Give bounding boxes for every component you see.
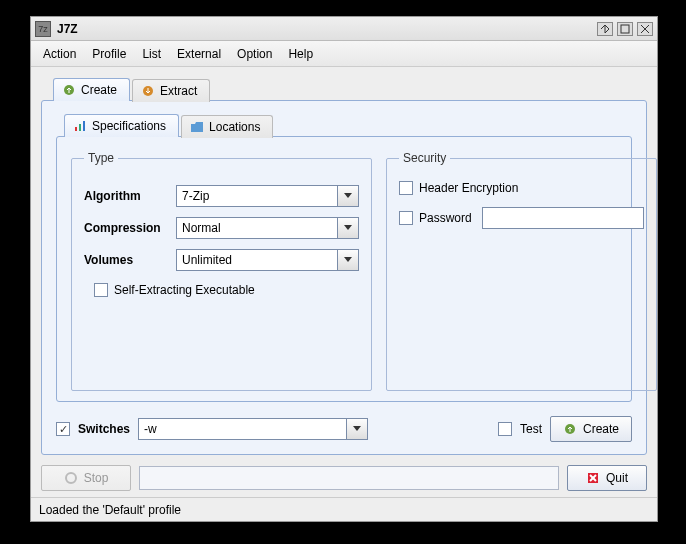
switches-input[interactable] bbox=[138, 418, 346, 440]
tab-create[interactable]: Create bbox=[53, 78, 130, 101]
specifications-tab-icon bbox=[73, 119, 87, 133]
header-encryption-checkbox[interactable] bbox=[399, 181, 413, 195]
chevron-down-icon bbox=[344, 257, 352, 263]
password-checkbox[interactable] bbox=[399, 211, 413, 225]
volumes-input[interactable] bbox=[176, 249, 337, 271]
test-checkbox[interactable] bbox=[498, 422, 512, 436]
volumes-dropdown-btn[interactable] bbox=[337, 249, 359, 271]
svg-rect-0 bbox=[621, 25, 629, 33]
algorithm-input[interactable] bbox=[176, 185, 337, 207]
password-input[interactable] bbox=[482, 207, 644, 229]
menu-action[interactable]: Action bbox=[37, 44, 82, 64]
window-title: J7Z bbox=[57, 22, 593, 36]
self-extracting-label: Self-Extracting Executable bbox=[114, 283, 255, 297]
status-row: Stop Quit bbox=[41, 465, 647, 491]
tab-locations-label: Locations bbox=[209, 120, 260, 134]
svg-rect-5 bbox=[75, 127, 77, 131]
header-encryption-label: Header Encryption bbox=[419, 181, 518, 195]
minimize-icon[interactable] bbox=[597, 22, 613, 36]
tab-extract[interactable]: Extract bbox=[132, 79, 210, 102]
inner-tabs: Specifications Locations bbox=[64, 113, 632, 136]
svg-marker-11 bbox=[353, 426, 361, 431]
compression-dropdown-btn[interactable] bbox=[337, 217, 359, 239]
tab-specifications[interactable]: Specifications bbox=[64, 114, 179, 137]
algorithm-combo[interactable] bbox=[176, 185, 359, 207]
status-text: Loaded the 'Default' profile bbox=[39, 503, 181, 517]
outer-tabs: Create Extract bbox=[53, 77, 647, 100]
menu-profile[interactable]: Profile bbox=[86, 44, 132, 64]
maximize-icon[interactable] bbox=[617, 22, 633, 36]
switches-label: Switches bbox=[78, 422, 130, 436]
menu-external[interactable]: External bbox=[171, 44, 227, 64]
compression-combo[interactable] bbox=[176, 217, 359, 239]
security-fieldset: Security Header Encryption Password bbox=[386, 151, 657, 391]
quit-icon bbox=[586, 471, 600, 485]
locations-tab-icon bbox=[190, 120, 204, 134]
chevron-down-icon bbox=[344, 225, 352, 231]
switches-checkbox[interactable]: ✓ bbox=[56, 422, 70, 436]
panel-inner: Type Algorithm Compression bbox=[56, 136, 632, 402]
compression-label: Compression bbox=[84, 221, 176, 235]
stop-icon bbox=[64, 471, 78, 485]
app-window: 7z J7Z Action Profile List External Opti… bbox=[30, 16, 658, 522]
switches-row: ✓ Switches Test Create bbox=[56, 416, 632, 442]
type-legend: Type bbox=[84, 151, 118, 165]
tab-locations[interactable]: Locations bbox=[181, 115, 273, 138]
stop-button[interactable]: Stop bbox=[41, 465, 131, 491]
chevron-down-icon bbox=[353, 426, 361, 432]
progress-bar bbox=[139, 466, 559, 490]
app-icon: 7z bbox=[35, 21, 51, 37]
create-button-label: Create bbox=[583, 422, 619, 436]
svg-marker-10 bbox=[344, 257, 352, 262]
create-button[interactable]: Create bbox=[550, 416, 632, 442]
password-label: Password bbox=[419, 211, 472, 225]
create-button-icon bbox=[563, 422, 577, 436]
quit-button[interactable]: Quit bbox=[567, 465, 647, 491]
close-icon[interactable] bbox=[637, 22, 653, 36]
menu-list[interactable]: List bbox=[136, 44, 167, 64]
quit-button-label: Quit bbox=[606, 471, 628, 485]
volumes-combo[interactable] bbox=[176, 249, 359, 271]
switches-combo[interactable] bbox=[138, 418, 368, 440]
panel-outer: Specifications Locations Type Algorithm bbox=[41, 100, 647, 455]
titlebar: 7z J7Z bbox=[31, 17, 657, 41]
compression-input[interactable] bbox=[176, 217, 337, 239]
extract-tab-icon bbox=[141, 84, 155, 98]
menubar: Action Profile List External Option Help bbox=[31, 41, 657, 67]
client-area: Create Extract Specifications bbox=[31, 67, 657, 497]
algorithm-label: Algorithm bbox=[84, 189, 176, 203]
self-extracting-checkbox[interactable] bbox=[94, 283, 108, 297]
tab-specifications-label: Specifications bbox=[92, 119, 166, 133]
tab-create-label: Create bbox=[81, 83, 117, 97]
menu-option[interactable]: Option bbox=[231, 44, 278, 64]
chevron-down-icon bbox=[344, 193, 352, 199]
test-label: Test bbox=[520, 422, 542, 436]
svg-point-13 bbox=[66, 473, 76, 483]
stop-button-label: Stop bbox=[84, 471, 109, 485]
type-fieldset: Type Algorithm Compression bbox=[71, 151, 372, 391]
menu-help[interactable]: Help bbox=[282, 44, 319, 64]
svg-rect-6 bbox=[79, 124, 81, 131]
security-legend: Security bbox=[399, 151, 450, 165]
svg-marker-9 bbox=[344, 225, 352, 230]
svg-marker-8 bbox=[344, 193, 352, 198]
statusbar: Loaded the 'Default' profile bbox=[31, 497, 657, 521]
switches-dropdown-btn[interactable] bbox=[346, 418, 368, 440]
svg-rect-7 bbox=[83, 121, 85, 131]
tab-extract-label: Extract bbox=[160, 84, 197, 98]
algorithm-dropdown-btn[interactable] bbox=[337, 185, 359, 207]
create-tab-icon bbox=[62, 83, 76, 97]
volumes-label: Volumes bbox=[84, 253, 176, 267]
